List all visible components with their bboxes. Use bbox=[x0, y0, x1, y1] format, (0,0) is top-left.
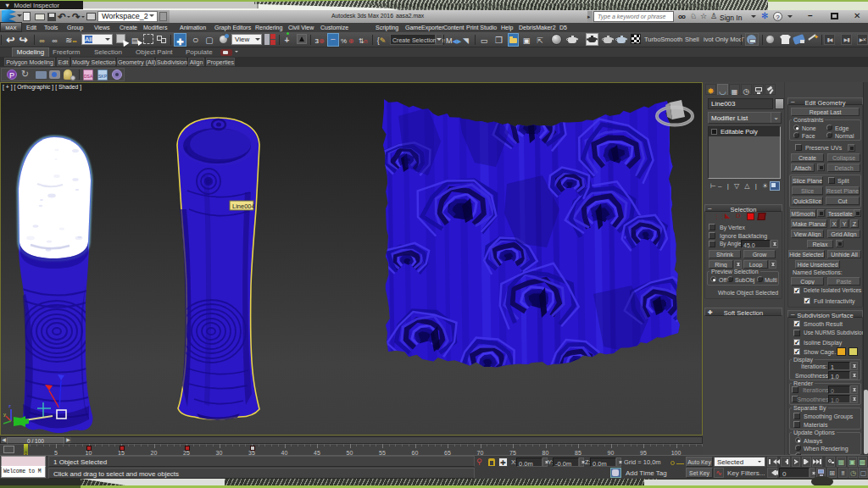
svg-text:z: z bbox=[8, 403, 11, 408]
svg-text:y: y bbox=[3, 412, 6, 417]
svg-text:Line004: Line004 bbox=[232, 202, 255, 210]
